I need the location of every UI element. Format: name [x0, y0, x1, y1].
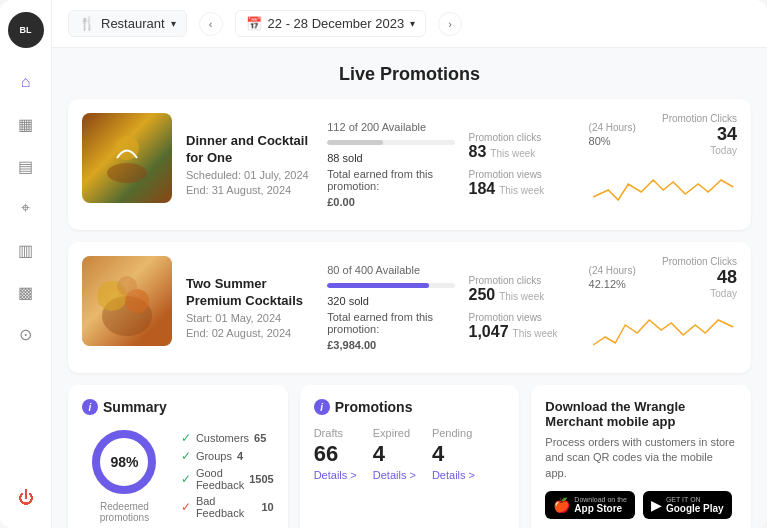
customers-value: 65 — [254, 432, 266, 444]
topbar: 🍴 Restaurant ▾ ‹ 📅 22 - 28 December 2023… — [52, 0, 767, 48]
promo-availability-1: 112 of 200 Available 88 sold Total earne… — [327, 113, 454, 216]
date-nav: ‹ — [199, 12, 223, 36]
stat-views-2: Promotion views 1,047 This week — [469, 312, 575, 341]
date-chevron-icon: ▾ — [410, 18, 415, 29]
groups-value: 4 — [237, 450, 243, 462]
customers-label: Customers — [196, 432, 249, 444]
svg-point-1 — [107, 163, 147, 183]
mini-chart-1 — [589, 162, 737, 216]
google-play-pre: GET IT ON — [666, 496, 724, 503]
earned-value-2: £3,984.00 — [327, 339, 454, 351]
promo-stats-1: Promotion clicks 83 This week Promotion … — [469, 113, 575, 216]
redeemed-label: Redeemed promotions — [82, 501, 167, 523]
venue-label: Restaurant — [101, 16, 165, 31]
app-card-title: Download the Wrangle Merchant mobile app — [545, 399, 737, 429]
drafts-value: 66 — [314, 441, 357, 467]
expired-item: Expired 4 Details > — [373, 427, 416, 481]
promo-title-1: Dinner and Cocktail for One — [186, 133, 313, 167]
svg-point-5 — [117, 276, 137, 296]
google-play-button[interactable]: ▶ GET IT ON Google Play — [643, 491, 732, 519]
earned-value-1: £0.00 — [327, 196, 454, 208]
pending-value: 4 — [432, 441, 475, 467]
promo-end-1: End: 31 August, 2024 — [186, 184, 313, 196]
expired-value: 4 — [373, 441, 416, 467]
sidebar-item-home[interactable]: ⌂ — [8, 64, 44, 100]
good-feedback-value: 1505 — [249, 473, 273, 485]
pending-item: Pending 4 Details > — [432, 427, 475, 481]
stat-bad-feedback: ✓ Bad Feedback 10 — [181, 495, 274, 519]
google-play-name: Google Play — [666, 503, 724, 514]
date-range-label: 22 - 28 December 2023 — [268, 16, 405, 31]
app-logo: BL — [8, 12, 44, 48]
progress-bar-1 — [327, 140, 454, 145]
venue-selector[interactable]: 🍴 Restaurant ▾ — [68, 10, 187, 37]
promo-info-1: Dinner and Cocktail for One Scheduled: 0… — [186, 113, 313, 216]
sidebar-item-messages[interactable]: ▤ — [8, 148, 44, 184]
stat-customers: ✓ Customers 65 — [181, 431, 274, 445]
bottom-section: i Summary 98% Redeemed promotions — [68, 385, 751, 528]
promotions-summary-title: Promotions — [335, 399, 413, 415]
google-play-icon: ▶ — [651, 497, 662, 513]
good-feedback-check-icon: ✓ — [181, 472, 191, 486]
promo-info-2: Two Summer Premium Cocktails Start: 01 M… — [186, 256, 313, 359]
good-feedback-label: Good Feedback — [196, 467, 244, 491]
stat-clicks-1: Promotion clicks 83 This week — [469, 132, 575, 161]
app-download-card: Download the Wrangle Merchant mobile app… — [531, 385, 751, 528]
bad-feedback-check-icon: ✓ — [181, 500, 191, 514]
bad-feedback-value: 10 — [261, 501, 273, 513]
progress-bar-2 — [327, 283, 454, 288]
sidebar-item-calendar[interactable]: ▦ — [8, 106, 44, 142]
donut-value: 98% — [110, 454, 138, 470]
apple-icon: 🍎 — [553, 497, 570, 513]
mini-chart-2 — [589, 305, 737, 359]
promo-chart-1: (24 Hours) 80% Promotion Clicks 34 Today — [589, 113, 737, 216]
expired-detail[interactable]: Details > — [373, 469, 416, 481]
promotions-summary-card: i Promotions Drafts 66 Details > Expired… — [300, 385, 520, 528]
promo-card-1: Dinner and Cocktail for One Scheduled: 0… — [68, 99, 751, 230]
avail-text-1: 112 of 200 Available — [327, 121, 454, 133]
promo-image-1 — [82, 113, 172, 203]
expired-label: Expired — [373, 427, 416, 439]
promo-title-2: Two Summer Premium Cocktails — [186, 276, 313, 310]
main-content: 🍴 Restaurant ▾ ‹ 📅 22 - 28 December 2023… — [52, 0, 767, 528]
sidebar-item-logout[interactable]: ⏻ — [8, 480, 44, 516]
promo-counts: Drafts 66 Details > Expired 4 Details > … — [314, 427, 506, 481]
app-store-name: App Store — [574, 503, 627, 514]
sidebar-item-documents[interactable]: ▥ — [8, 232, 44, 268]
earned-label-1: Total earned from this promotion: — [327, 168, 454, 192]
pending-detail[interactable]: Details > — [432, 469, 475, 481]
drafts-item: Drafts 66 Details > — [314, 427, 357, 481]
promo-availability-2: 80 of 400 Available 320 sold Total earne… — [327, 256, 454, 359]
app-store-buttons: 🍎 Download on the App Store ▶ GET IT ON … — [545, 491, 737, 519]
promo-image-2 — [82, 256, 172, 346]
summary-card: i Summary 98% Redeemed promotions — [68, 385, 288, 528]
sidebar-item-settings[interactable]: ⊙ — [8, 316, 44, 352]
progress-fill-1 — [327, 140, 383, 145]
progress-fill-2 — [327, 283, 429, 288]
next-date-button[interactable]: › — [438, 12, 462, 36]
earned-label-2: Total earned from this promotion: — [327, 311, 454, 335]
bad-feedback-label: Bad Feedback — [196, 495, 257, 519]
drafts-label: Drafts — [314, 427, 357, 439]
drafts-detail[interactable]: Details > — [314, 469, 357, 481]
groups-label: Groups — [196, 450, 232, 462]
promo-chart-2: (24 Hours) 42.12% Promotion Clicks 48 To… — [589, 256, 737, 359]
stat-groups: ✓ Groups 4 — [181, 449, 274, 463]
sidebar-item-tags[interactable]: ⌖ — [8, 190, 44, 226]
stat-good-feedback: ✓ Good Feedback 1505 — [181, 467, 274, 491]
apple-app-store-button[interactable]: 🍎 Download on the App Store — [545, 491, 635, 519]
promo-card-2: Two Summer Premium Cocktails Start: 01 M… — [68, 242, 751, 373]
content-area: Live Promotions Dinner and Cocktail for … — [52, 48, 767, 528]
customers-check-icon: ✓ — [181, 431, 191, 445]
promotions-info-icon: i — [314, 399, 330, 415]
prev-date-button[interactable]: ‹ — [199, 12, 223, 36]
sidebar-item-charts[interactable]: ▩ — [8, 274, 44, 310]
app-store-pre: Download on the — [574, 496, 627, 503]
date-range-selector[interactable]: 📅 22 - 28 December 2023 ▾ — [235, 10, 427, 37]
summary-donut: 98% — [89, 427, 159, 497]
pending-label: Pending — [432, 427, 475, 439]
promo-stats-2: Promotion clicks 250 This week Promotion… — [469, 256, 575, 359]
groups-check-icon: ✓ — [181, 449, 191, 463]
calendar-icon: 📅 — [246, 16, 262, 31]
app-card-description: Process orders with customers in store a… — [545, 435, 737, 481]
